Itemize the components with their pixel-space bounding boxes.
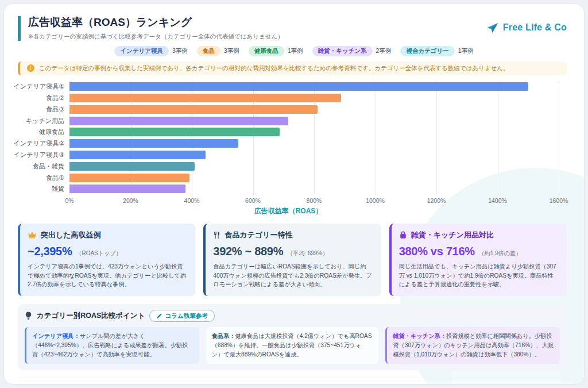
legend-count: 3事例 [224,47,239,55]
chart-bar [69,139,238,148]
chart-y-label: インテリア寝具③ [18,149,69,161]
card-metric: 392% ~ 889% [213,245,283,258]
comparison-items: インテリア寝具：サンプル間の差が大きく（446%~2,395%）、広告戦略による… [25,327,560,363]
chart-bar [69,105,318,114]
page-title: 広告収益率（ROAS）ランキング [28,16,284,29]
x-tick-label: 800% [307,197,322,204]
chart-y-labels: インテリア寝具①食品②食品③キッチン用品健康食品インテリア寝具②インテリア寝具③… [18,81,69,195]
legend-pill: インテリア寝具 [114,46,169,56]
brand-logo: Free Life & Co [485,21,567,34]
lightbulb-icon [25,312,32,320]
pencil-icon [156,313,162,319]
chart-y-label: 健康食品 [18,126,69,138]
x-tick-label: 600% [245,197,261,204]
chart-bar [69,174,189,182]
grid-line [559,81,559,195]
chart-plot [69,81,559,195]
legend-item: 健康食品1事例 [249,46,303,56]
bag-icon [399,231,407,239]
card-title: 突出した高収益例 [28,230,188,240]
insight-text: 健康食品は大規模投資（4.2億ウォン）でも高ROAS（688%）を維持。一般食品… [212,333,372,358]
legend-count: 1事例 [288,47,303,55]
chart-row [69,138,559,149]
chart-y-label: キッチン用品 [18,115,69,126]
insight-lead: インテリア寝具： [32,333,80,339]
chart-y-label: インテリア寝具① [18,81,69,93]
legend-item: 雑貨・キッチン系2事例 [312,46,392,56]
comparison-title: カテゴリー別ROAS比較ポイント [37,311,145,321]
footer-left-text: Free Life & Co 韓国マーケティングデータ分析 | 作成日：2025… [67,383,253,385]
footer: Free Life & Co Free Life & Co 韓国マーケティングデ… [18,378,567,385]
footer-left: Free Life & Co Free Life & Co 韓国マーケティングデ… [18,383,253,385]
x-tick-label: 1000% [366,197,385,204]
category-legend: インテリア寝具3事例食品3事例健康食品1事例雑貨・キッチン系2事例複合カテゴリー… [4,46,584,56]
paper-plane-icon [18,384,25,385]
badge-text: コラム執筆参考 [165,312,207,320]
legend-pill: 複合カテゴリー [400,46,454,56]
card-title-text: 食品カテゴリー特性 [225,230,292,240]
chart-rows [69,81,559,195]
insight-lead: 雑貨・キッチン系： [393,333,446,339]
insight-goods: 雑貨・キッチン系：投資規模と効率に相関関係あり。少額投資（307万ウォン）のキッ… [385,327,560,363]
paper-plane-icon [485,21,499,34]
legend-count: 2事例 [376,47,392,55]
chart-bar [69,151,206,159]
card-title-text: 突出した高収益例 [41,230,101,240]
chart-row [69,115,559,126]
chart-bar [69,82,528,91]
x-tick-label: 0% [65,197,74,204]
legend-count: 3事例 [172,47,188,55]
chart-y-label: 食品③ [18,103,69,115]
comparison-header: カテゴリー別ROAS比較ポイント コラム執筆参考 [25,310,560,322]
footer-right-text: ROASランキング | 4/11 [499,383,567,385]
insight-food: 食品系：健康食品は大規模投資（4.2億ウォン）でも高ROAS（688%）を維持。… [206,327,379,363]
insight-lead: 食品系： [212,333,235,339]
chart-row [69,126,559,138]
legend-count: 1事例 [458,47,474,55]
utensils-icon [213,231,220,239]
chart-y-label: 食品① [18,172,69,183]
card-metric: 380% vs 716% [399,245,475,258]
comparison-section: カテゴリー別ROAS比較ポイント コラム執筆参考 インテリア寝具：サンプル間の差… [18,304,567,370]
card-title-text: 雑貨・キッチン用品対比 [411,230,494,240]
chart-y-label: 雑貨 [18,183,69,195]
legend-pill: 雑貨・キッチン系 [312,46,373,56]
chart-bar [69,94,341,102]
crown-icon [28,231,37,239]
legend-item: 複合カテゴリー1事例 [400,46,473,56]
chart-bar [69,185,185,193]
notice-text: このデータは特定の事例から収集した実績例であり、各カテゴリーの相対的な費用対効果… [39,64,509,72]
legend-pill: 食品 [197,46,220,56]
card-body: 食品カテゴリーは幅広いROAS範囲を示しており、同じ約400万ウォン規模の広告投… [213,262,373,289]
card-metric-note: （平均: 699%） [287,249,328,258]
legend-item: インテリア寝具3事例 [114,46,188,56]
card-metric-note: （約1.9倍の差） [479,249,521,258]
x-tick-label: 400% [184,197,200,204]
chart-x-title: 広告収益率（ROAS） [69,206,507,216]
x-tick-label: 1400% [488,197,507,204]
chart-x-axis: 0%200%400%600%800%1000%1200%1400%1600% [69,195,559,204]
chart-row [69,172,559,183]
card-body: インテリア寝具の1事例では、423万ウォンという少額投資で極めて効率的なROAS… [28,262,188,289]
x-tick-label: 1200% [427,197,446,204]
notice-banner: このデータは特定の事例から収集した実績例であり、各カテゴリーの相対的な費用対効果… [18,62,567,75]
chart-bar [69,162,195,171]
chart-row [69,93,559,104]
chart-y-label: インテリア寝具② [18,138,69,149]
card-food-category: 食品カテゴリー特性 392% ~ 889% （平均: 699%） 食品カテゴリー… [203,224,381,296]
info-icon [27,64,34,72]
footer-brand-logo: Free Life & Co [18,384,63,385]
title-block: 広告収益率（ROAS）ランキング ※各カテゴリーの実績例に基づく比較参考データ（… [18,16,284,41]
x-tick-label: 200% [123,197,138,204]
legend-pill: 健康食品 [249,46,284,56]
header: 広告収益率（ROAS）ランキング ※各カテゴリーの実績例に基づく比較参考データ（… [4,4,584,41]
chart-bar [69,117,288,125]
insight-cards: 突出した高収益例 ~2,395% （ROASトップ） インテリア寝具の1事例では… [18,224,567,296]
brand-name: Free Life & Co [503,22,567,33]
card-goods-kitchen: 雑貨・キッチン用品対比 380% vs 716% （約1.9倍の差） 同じ生活用… [389,224,567,296]
card-metric: ~2,395% [28,245,72,258]
chart-row [69,149,559,161]
chart-row [69,183,559,195]
card-title: 雑貨・キッチン用品対比 [399,230,559,240]
chart-y-label: 食品・雑貨 [18,160,69,172]
